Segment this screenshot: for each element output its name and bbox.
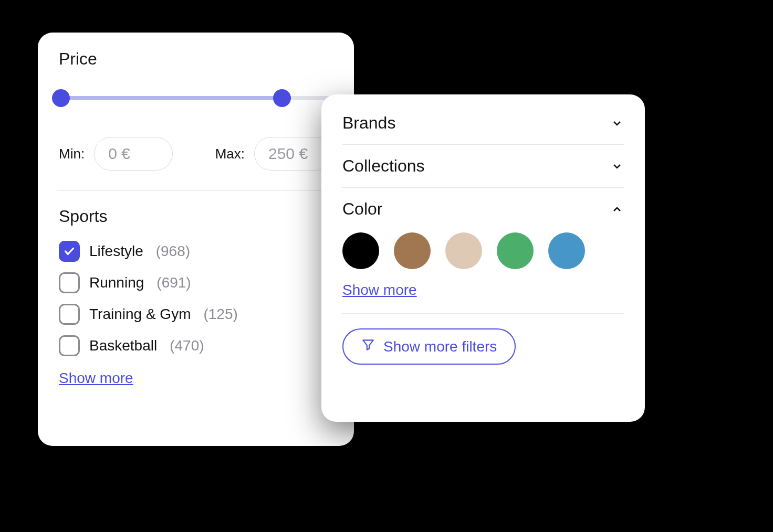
sports-item-running[interactable]: Running (691) (59, 272, 333, 293)
color-swatch-row (342, 232, 624, 269)
max-label: Max: (215, 146, 245, 162)
checkbox-icon[interactable] (59, 304, 80, 325)
divider (57, 190, 335, 191)
sports-item-basketball[interactable]: Basketball (470) (59, 335, 333, 356)
sports-title: Sports (59, 207, 333, 226)
collections-accordion[interactable]: Collections (342, 145, 624, 188)
checkbox-label: Lifestyle (89, 243, 143, 260)
chevron-down-icon (610, 116, 624, 130)
min-label: Min: (59, 146, 85, 162)
checkbox-label: Basketball (89, 337, 157, 354)
chevron-up-icon[interactable] (610, 203, 624, 216)
color-swatch-beige[interactable] (445, 232, 482, 269)
filter-card-brands-color: Brands Collections Color Show more (321, 94, 645, 422)
price-minmax-row: Min: 0 € Max: 250 € (59, 137, 333, 171)
sports-item-training[interactable]: Training & Gym (125) (59, 304, 333, 325)
slider-fill (61, 96, 282, 100)
color-section: Color Show more (342, 188, 624, 314)
checkbox-icon[interactable] (59, 335, 80, 356)
checkbox-label: Running (89, 274, 144, 291)
min-price-input[interactable]: 0 € (94, 137, 173, 171)
filter-card-price-sports: Price Min: 0 € Max: 250 € Sports Lifesty… (38, 33, 354, 446)
color-swatch-brown[interactable] (394, 232, 431, 269)
filter-icon (361, 338, 375, 355)
slider-handle-min[interactable] (52, 89, 70, 107)
sports-item-lifestyle[interactable]: Lifestyle (968) (59, 241, 333, 262)
checkbox-count: (125) (203, 306, 237, 323)
brands-title: Brands (342, 113, 395, 133)
sports-checkbox-list: Lifestyle (968) Running (691) Training &… (59, 241, 333, 356)
color-swatch-blue[interactable] (548, 232, 585, 269)
slider-handle-max[interactable] (273, 89, 291, 107)
brands-accordion[interactable]: Brands (342, 111, 624, 145)
price-slider[interactable] (61, 89, 331, 108)
checkbox-count: (968) (156, 243, 190, 260)
price-title: Price (59, 49, 333, 69)
show-more-filters-button[interactable]: Show more filters (342, 328, 516, 365)
checkbox-icon[interactable] (59, 272, 80, 293)
checkbox-label: Training & Gym (89, 306, 191, 323)
chevron-down-icon (610, 159, 624, 173)
color-swatch-green[interactable] (497, 232, 534, 269)
checkbox-count: (470) (170, 337, 204, 354)
checkbox-icon[interactable] (59, 241, 80, 262)
sports-show-more-link[interactable]: Show more (59, 370, 133, 387)
color-title: Color (342, 199, 382, 219)
color-swatch-black[interactable] (342, 232, 379, 269)
color-show-more-link[interactable]: Show more (342, 282, 417, 299)
collections-title: Collections (342, 156, 425, 176)
checkbox-count: (691) (156, 274, 191, 291)
show-more-filters-label: Show more filters (383, 338, 497, 355)
